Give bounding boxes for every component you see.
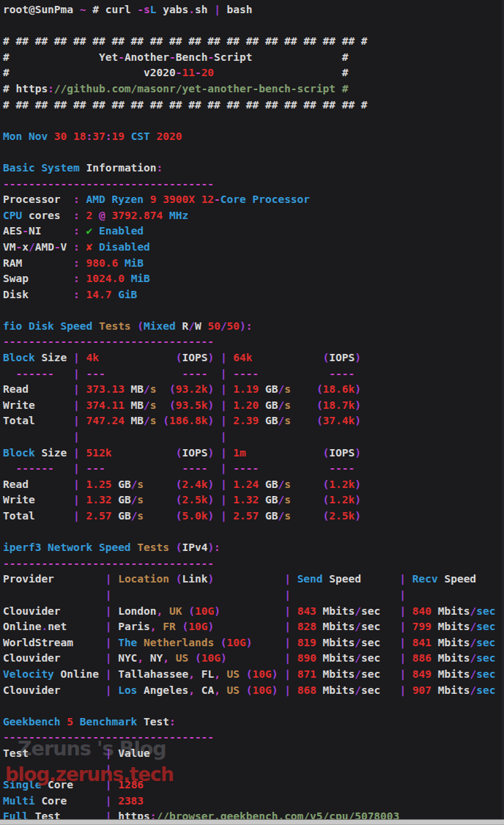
text-segment: L	[150, 4, 157, 15]
text-segment: 14.7	[86, 289, 112, 300]
text-segment: -	[207, 51, 214, 63]
text-segment: W	[195, 320, 207, 332]
text-segment: Information	[86, 162, 157, 174]
text-segment: /	[355, 668, 361, 680]
text-segment: |	[399, 621, 406, 632]
text-segment: UK	[169, 605, 182, 617]
text-segment: /	[278, 399, 284, 411]
text-segment: Clouvider	[3, 652, 105, 664]
text-segment: Mon Nov	[3, 130, 54, 142]
text-segment: US	[227, 668, 240, 680]
text-segment: MHz	[169, 210, 188, 221]
text-segment: |	[284, 589, 291, 601]
info-cpu-cores: CPU cores : 2 @ 3792.874 MHz	[3, 208, 495, 224]
text-segment: )	[240, 320, 246, 332]
text-segment: |	[73, 399, 80, 411]
text-segment: 890	[297, 652, 316, 664]
text-segment: )	[207, 447, 214, 459]
text-segment	[220, 605, 284, 617]
text-segment: GB	[259, 510, 278, 522]
text-segment	[3, 431, 73, 443]
text-segment	[291, 621, 297, 632]
text-segment: )	[207, 383, 214, 395]
section-separator: ---------------------------------	[3, 177, 495, 193]
text-segment: |	[73, 494, 80, 506]
text-segment: |	[284, 605, 291, 617]
text-segment	[80, 399, 86, 411]
section-iperf3-title: iperf3 Network Speed Tests (IPv4):	[3, 540, 495, 556]
text-segment: 1.19	[233, 383, 259, 395]
text-segment	[240, 684, 246, 696]
text-segment	[278, 668, 284, 680]
text-segment: 2	[86, 210, 93, 221]
text-segment: Angeles	[137, 684, 188, 696]
text-segment	[157, 399, 169, 411]
text-segment: bash	[220, 4, 253, 15]
text-segment: |	[399, 668, 406, 680]
text-segment	[214, 621, 284, 632]
horizontal-scrollbar[interactable]	[0, 819, 504, 825]
text-segment: Mbits	[431, 668, 470, 680]
text-segment: GB	[259, 415, 278, 426]
text-segment: /	[470, 668, 476, 680]
text-segment: |	[220, 447, 227, 459]
text-segment: IOPS	[329, 447, 355, 459]
text-segment	[111, 447, 175, 459]
text-segment: 37.4k	[323, 415, 355, 426]
text-segment: s	[150, 415, 157, 426]
fio-header-underline: ------ | --- ---- | ---- ----	[3, 366, 495, 382]
text-segment: ,	[137, 652, 144, 664]
text-segment: )	[355, 352, 361, 363]
text-segment: #	[214, 67, 348, 78]
text-segment: .	[188, 4, 195, 15]
text-segment: (	[188, 605, 195, 617]
text-segment: Clouvider	[3, 605, 105, 617]
text-segment: 512k	[86, 447, 112, 459]
text-segment: :	[73, 273, 80, 284]
text-segment: iperf3 Network Speed	[3, 541, 137, 553]
text-segment: GB	[259, 494, 278, 506]
text-segment: s	[150, 383, 157, 395]
text-segment: RAM	[3, 257, 73, 269]
text-segment	[188, 652, 195, 664]
text-segment: Basic System	[3, 162, 86, 174]
text-segment: /	[144, 399, 150, 411]
text-segment: 64k	[233, 352, 252, 363]
text-segment	[118, 257, 125, 269]
text-segment: 5.0k	[182, 510, 207, 522]
text-segment: Test	[144, 716, 169, 728]
fio-header-4k-64k: Block Size | 4k (IOPS) | 64k (IOPS)	[3, 350, 495, 366]
text-segment: Tallahassee	[111, 668, 188, 680]
text-segment: IPv4	[182, 541, 207, 553]
text-segment	[291, 668, 297, 680]
check-icon: ✔	[86, 225, 93, 237]
text-segment: Core Processor	[220, 193, 310, 205]
text-segment: net	[48, 621, 105, 632]
text-segment: s	[284, 510, 291, 522]
text-segment: (	[316, 415, 323, 426]
text-segment: /	[278, 383, 284, 395]
text-segment: s	[284, 399, 291, 411]
text-segment: 93.5k	[176, 399, 208, 411]
text-segment: /	[144, 383, 150, 395]
text-segment: Speed	[444, 573, 476, 585]
text-segment: |	[220, 368, 227, 380]
text-segment: 1.24	[233, 478, 259, 490]
text-segment: s	[284, 383, 291, 395]
text-segment: :	[73, 225, 80, 237]
text-segment: :	[157, 162, 163, 174]
text-segment: |	[220, 383, 227, 395]
text-segment	[111, 795, 118, 807]
iperf3-row-worldstream: WorldStream | The Netherlands (10G) | 81…	[3, 635, 495, 651]
text-segment: /	[470, 621, 476, 632]
text-segment: 9 3900X 12	[150, 193, 214, 205]
geekbench-table-header: Test | Value	[3, 746, 495, 762]
text-segment: /	[355, 652, 361, 664]
text-segment: s	[284, 415, 291, 426]
text-segment: sec	[476, 637, 495, 648]
text-segment: 980.6	[86, 257, 119, 269]
text-segment: 50	[227, 320, 240, 332]
text-segment: )	[355, 399, 361, 411]
text-segment: 18.6k	[323, 383, 355, 395]
text-segment: -	[22, 225, 29, 237]
